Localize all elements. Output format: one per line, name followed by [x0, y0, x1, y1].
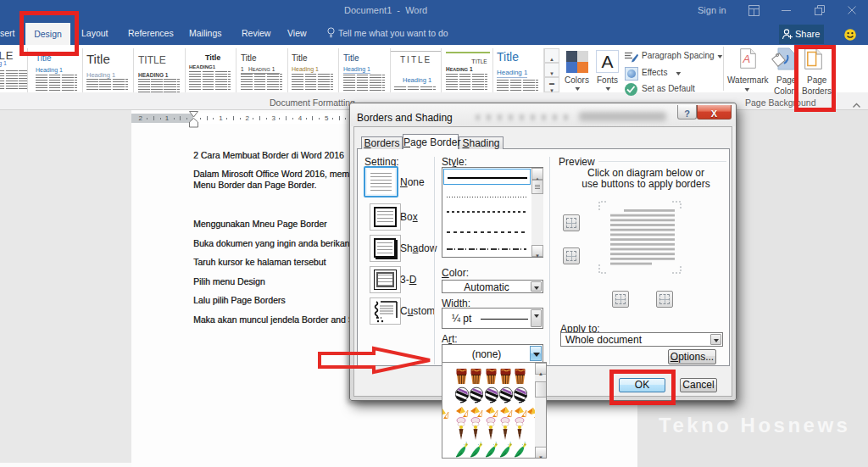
svg-text:A: A: [743, 53, 751, 65]
